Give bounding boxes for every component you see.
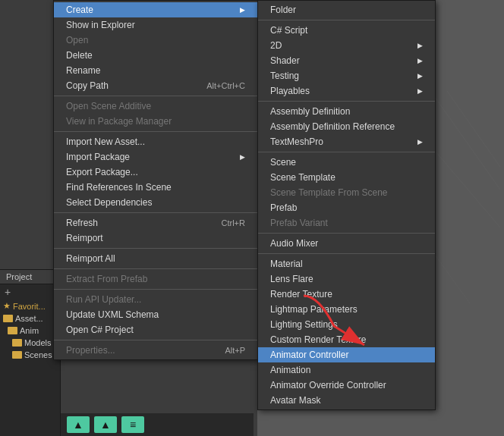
open-scene-additive-label: Open Scene Additive [66, 101, 151, 111]
custom-render-texture-label: Custom Render Texture [270, 334, 367, 345]
menu-item-lens-flare[interactable]: Lens Flare [258, 271, 435, 287]
right-separator-2 [258, 101, 435, 102]
models-label: Models [24, 338, 51, 347]
menu-item-animator-controller[interactable]: Animator Controller [258, 347, 435, 362]
menu-item-run-api-updater[interactable]: Run API Updater... [54, 292, 257, 307]
open-csharp-label: Open C# Project [66, 325, 134, 335]
anim-label: Anim [20, 326, 39, 335]
menu-item-import-package[interactable]: Import Package [54, 149, 257, 165]
menu-item-copy-path[interactable]: Copy Path Alt+Ctrl+C [54, 78, 257, 93]
scene-label: Scene [270, 157, 296, 168]
menu-item-prefab-variant[interactable]: Prefab Variant [258, 215, 435, 231]
csharp-script-label: C# Script [270, 25, 307, 36]
menu-item-csharp-script[interactable]: C# Script [258, 23, 435, 38]
menu-item-create[interactable]: Create [54, 2, 257, 17]
import-new-asset-label: Import New Asset... [66, 136, 145, 147]
separator-6 [54, 289, 257, 290]
folder-scenes-icon [12, 351, 22, 359]
menu-item-lightmap-parameters[interactable]: Lightmap Parameters [258, 302, 435, 317]
menu-item-assembly-definition-ref[interactable]: Assembly Definition Reference [258, 119, 435, 134]
toolbar-btn-1[interactable]: ▲ [67, 416, 90, 433]
animator-override-controller-label: Animator Override Controller [270, 380, 386, 391]
menu-item-update-uxml[interactable]: Update UXML Schema [54, 307, 257, 322]
favorites-label: Favorit... [13, 302, 46, 311]
menu-item-animation[interactable]: Animation [258, 362, 435, 378]
assets-label: Asset... [15, 314, 43, 323]
favorites-item[interactable]: ★ Favorit... [0, 300, 60, 312]
menu-item-reimport[interactable]: Reimport [54, 231, 257, 246]
add-button[interactable]: + [0, 284, 60, 300]
lighting-settings-label: Lighting Settings [270, 319, 338, 330]
menu-item-folder[interactable]: Folder [258, 2, 435, 17]
view-package-manager-label: View in Package Manager [66, 116, 172, 127]
star-icon: ★ [3, 301, 11, 311]
models-folder[interactable]: Models [0, 337, 60, 349]
menu-item-open-csharp[interactable]: Open C# Project [54, 322, 257, 337]
menu-item-textmeshpro[interactable]: TextMeshPro [258, 134, 435, 149]
scene-template-from-scene-label: Scene Template From Scene [270, 187, 388, 198]
menu-item-scene-template-from-scene[interactable]: Scene Template From Scene [258, 185, 435, 200]
menu-item-open[interactable]: Open [54, 33, 257, 48]
menu-item-scene-template[interactable]: Scene Template [258, 170, 435, 185]
prefab-variant-label: Prefab Variant [270, 218, 328, 228]
menu-item-custom-render-texture[interactable]: Custom Render Texture [258, 332, 435, 347]
menu-item-select-dependencies[interactable]: Select Dependencies [54, 195, 257, 210]
folder-label: Folder [270, 5, 296, 15]
scene-template-label: Scene Template [270, 172, 335, 183]
reimport-label: Reimport [66, 233, 103, 243]
create-label: Create [66, 5, 93, 15]
right-context-menu: Folder C# Script 2D Shader Testing Playa… [257, 0, 436, 410]
menu-item-rename[interactable]: Rename [54, 63, 257, 78]
select-dependencies-label: Select Dependencies [66, 197, 152, 208]
menu-item-scene[interactable]: Scene [258, 155, 435, 170]
menu-item-import-new-asset[interactable]: Import New Asset... [54, 134, 257, 149]
shader-label: Shader [270, 55, 300, 66]
scenes-label: Scenes [24, 350, 52, 359]
menu-item-export-package[interactable]: Export Package... [54, 165, 257, 180]
menu-item-shader[interactable]: Shader [258, 53, 435, 68]
menu-item-playables[interactable]: Playables [258, 83, 435, 99]
menu-item-view-package-manager[interactable]: View in Package Manager [54, 114, 257, 129]
lightmap-parameters-label: Lightmap Parameters [270, 304, 358, 315]
menu-item-prefab[interactable]: Prefab [258, 200, 435, 215]
menu-item-render-texture[interactable]: Render Texture [258, 287, 435, 302]
material-label: Material [270, 259, 303, 269]
toolbar-btn-3[interactable]: ≡ [121, 416, 144, 433]
menu-item-animator-override-controller[interactable]: Animator Override Controller [258, 378, 435, 393]
lens-flare-label: Lens Flare [270, 274, 313, 284]
menu-item-open-scene-additive[interactable]: Open Scene Additive [54, 99, 257, 114]
separator-3 [54, 212, 257, 213]
assembly-definition-ref-label: Assembly Definition Reference [270, 121, 395, 132]
rename-label: Rename [66, 65, 100, 76]
right-separator-1 [258, 20, 435, 20]
copy-path-shortcut: Alt+Ctrl+C [206, 81, 245, 90]
menu-item-2d[interactable]: 2D [258, 38, 435, 53]
scenes-folder[interactable]: Scenes [0, 349, 60, 361]
menu-item-audio-mixer[interactable]: Audio Mixer [258, 236, 435, 251]
prefab-label: Prefab [270, 202, 297, 213]
menu-item-lighting-settings[interactable]: Lighting Settings [258, 317, 435, 332]
menu-item-material[interactable]: Material [258, 256, 435, 271]
menu-item-delete[interactable]: Delete [54, 48, 257, 63]
separator-1 [54, 96, 257, 96]
plus-icon: + [5, 286, 11, 298]
menu-item-assembly-definition[interactable]: Assembly Definition [258, 104, 435, 119]
separator-5 [54, 268, 257, 269]
anim-folder[interactable]: Anim [0, 325, 60, 337]
folder-anim-icon [8, 327, 17, 334]
separator-4 [54, 248, 257, 249]
import-package-label: Import Package [66, 152, 130, 162]
menu-item-refresh[interactable]: Refresh Ctrl+R [54, 215, 257, 231]
toolbar-btn-2[interactable]: ▲ [94, 416, 117, 433]
menu-item-extract-prefab[interactable]: Extract From Prefab [54, 271, 257, 287]
menu-item-properties[interactable]: Properties... Alt+P [54, 343, 257, 358]
menu-item-avatar-mask[interactable]: Avatar Mask [258, 393, 435, 408]
assets-item[interactable]: Asset... [0, 312, 60, 325]
project-tab[interactable]: Project [0, 270, 60, 284]
menu-item-find-references[interactable]: Find References In Scene [54, 180, 257, 195]
export-package-label: Export Package... [66, 167, 138, 177]
delete-label: Delete [66, 50, 93, 61]
menu-item-show-explorer[interactable]: Show in Explorer [54, 17, 257, 33]
menu-item-testing[interactable]: Testing [258, 68, 435, 83]
menu-item-reimport-all[interactable]: Reimport All [54, 251, 257, 266]
